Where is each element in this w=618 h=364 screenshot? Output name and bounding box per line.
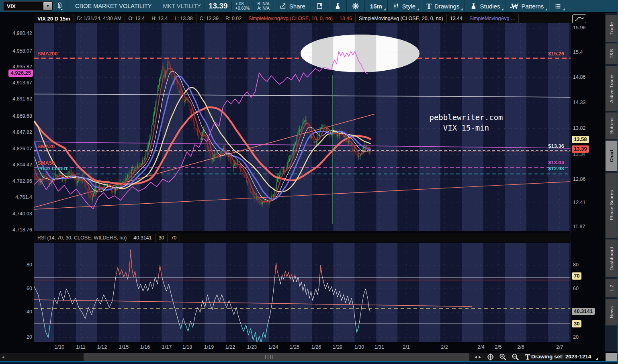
left-axis-tick: 4,718.76 [12,227,32,233]
price-header-cell-5: C: 13.39 [196,14,222,23]
zoom-out-icon[interactable] [511,353,520,361]
text-tool-icon[interactable]: T [523,353,532,361]
sidebar-tab-label: Phase Scores [609,190,614,220]
chart-label-1526: $15.26 [548,51,564,57]
left-axis-tick: 4,847.82 [12,129,32,135]
chart-style-icon[interactable] [572,14,586,23]
sidebar-tab-phase-scores[interactable]: Phase Scores [606,173,617,238]
rsi-header-cell-2: 30 [156,233,168,242]
sidebar-tab-label: T&S [609,49,614,58]
right-axis-tick: 12.86 [573,176,585,182]
rsi-left-axis-tick: 80 [27,262,32,268]
window-bottom-edge [0,361,618,364]
sidebar-tab-buttons[interactable]: Buttons [606,112,617,139]
scrollbar-corner [606,353,618,361]
patterns-icon: W [511,3,518,10]
time-axis-label: 2/2 [441,344,448,350]
sidebar-tab-label: Trade [609,22,614,35]
sidebar-tab-chart[interactable]: Chart [606,141,617,171]
top-toolbar: VIX ▼ CBOE MARKET VOLATILITY MKT VLTILIT… [0,0,618,13]
toolbar-button-studies[interactable]: Studies [465,0,505,12]
chart-label-sma20: SMA20 [37,143,55,149]
sidebar-tab-trade[interactable]: Trade [606,15,617,42]
left-axis-tick: 4,869.68 [12,113,32,119]
price-chart-canvas[interactable] [34,13,571,352]
price-alert-badge[interactable]: 13.58 [572,136,589,143]
crosshair-icon[interactable] [486,353,495,361]
toolbar-separator [67,2,68,10]
last-price-badge: 13.39 [572,145,589,153]
left-axis-tick: 4,958.07 [12,48,32,54]
toolbar-button-drawings[interactable]: TDrawings [421,0,465,12]
dropdown-caret-icon [501,8,503,10]
toolbar-button-share[interactable]: Share [274,0,311,12]
scrollbar-thumb[interactable] [84,353,469,361]
rsi-left-axis-tick: 60 [27,286,32,291]
scrollbar-grip[interactable] [265,355,274,359]
chart-label-pricelevel1: Price Level1 [37,166,68,172]
left-axis-tick: 4,935.82 [12,64,32,70]
time-axis-label: 1/19 [204,344,214,350]
price-header-cell-6: R: 0.02 [222,14,245,23]
time-axis-label: 1/26 [311,344,321,350]
time-axis-label: 2/4 [477,344,484,350]
price-header-cell-4: L: 13.38 [171,14,196,23]
sidebar-tab-label: Buttons [609,117,614,134]
right-axis-tick: 12.41 [573,200,585,205]
pan-icon[interactable] [473,353,482,361]
sidebar-tab-label: Dashboard [609,247,614,270]
toolbar-button-timeframe[interactable]: 15m [364,0,387,12]
toolbar-button-notes[interactable]: i [311,0,329,12]
bottom-status-row: ◂ T Drawing set: 2023-1214 [0,353,618,361]
watermark: pebblewriter.com VIX 15-min [418,112,514,133]
share-icon [279,2,286,10]
symbol-input[interactable]: VIX ▼ [3,1,53,11]
price-header-cell-9[interactable]: SimpleMovingAvg (CLOSE, 20, 0, no) [356,14,447,23]
toolbar-button-style[interactable]: Style [387,0,421,12]
price-pane-header: VIX 20 D 15mD: 1/31/24, 4:30 AMO: 13.4H:… [34,14,571,23]
sidebar-tab-l-2[interactable]: L 2 [606,279,617,297]
drawing-set-selector[interactable]: Drawing set: 2023-1214 [531,354,591,360]
dropdown-caret-icon [545,8,547,10]
time-axis-label: 1/18 [182,344,192,350]
rsi-alert-badge[interactable]: 70 [572,272,581,280]
toolbar-buttons: Sharei15mStyleTDrawingsStudiesWPatterns [274,0,567,12]
rsi-header-cell-0[interactable]: RSI (14, 70, 30, CLOSE, WILDERS, no) [34,233,130,242]
spx-last-price-badge: 4,926.25 [8,70,33,77]
price-header-cell-7[interactable]: SimpleMovingAvg (CLOSE, 10, 0, no) [245,14,336,23]
sidebar-tab-label: Active Trader [609,74,614,103]
toolbar-button-analyze[interactable] [329,0,346,12]
rsi-alert-badge[interactable]: 30 [572,320,581,327]
sidebar-tab-news[interactable]: News [606,299,617,325]
last-price: 13.39 [209,2,228,10]
left-axis-tick: 4,782.86 [12,178,32,184]
left-axis-tick: 4,913.67 [12,80,32,86]
price-header-cell-1: D: 1/31/24, 4:30 AM [74,14,125,23]
drawing-set-caret-icon [595,357,598,360]
time-axis-label: 1/29 [333,344,342,350]
zoom-in-icon[interactable] [498,353,507,361]
sidebar-tab-t-s[interactable]: T&S [606,43,617,64]
candle-icon [393,2,399,10]
left-axis-tick: 4,980.42 [12,31,32,36]
gear-icon [352,2,359,10]
sidebar-tab-dashboard[interactable]: Dashboard [606,239,617,277]
time-axis-label: 1/16 [140,344,150,350]
rsi-left-axis-tick: 40 [27,309,32,315]
toolbar-button-settings[interactable] [346,0,364,12]
left-axis-tick: 4,804.42 [12,162,32,168]
rsi-right-axis-tick: 20 [573,334,579,340]
symbol-dropdown-button[interactable]: ▼ [43,2,52,10]
scroll-left-arrow[interactable]: ◂ [2,354,4,360]
right-axis-tick: 14.86 [573,74,585,80]
toolbar-button-patterns[interactable]: WPatterns [505,0,549,12]
left-axis-tick: 4,740.03 [12,211,32,217]
flask-icon [470,3,477,10]
toolbar-button-menu[interactable] [549,0,567,12]
price-header-cell-2: O: 13.4 [125,14,148,23]
time-axis-label: 1/15 [119,344,129,350]
text-icon: T [426,3,432,10]
sidebar-tab-active-trader[interactable]: Active Trader [606,66,617,111]
link-icon[interactable] [56,2,63,10]
price-header-cell-11[interactable]: SimpleMovingAvg ... [466,14,519,23]
